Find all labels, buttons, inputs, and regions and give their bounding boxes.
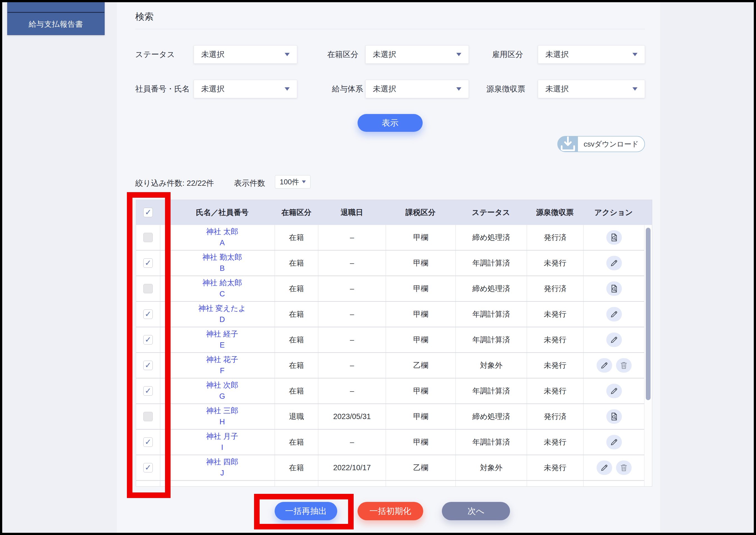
- table-row: 神社 次郎 G 在籍 – 甲欄 年調計算済 未発行: [136, 379, 652, 404]
- actions-cell: [584, 379, 645, 404]
- row-checkbox[interactable]: [143, 335, 153, 345]
- name-cell: 神社 三郎 H: [170, 404, 275, 430]
- employee-code: F: [220, 366, 224, 376]
- employee-name-link[interactable]: 神社 次郎 G: [206, 381, 239, 401]
- row-checkbox[interactable]: [143, 233, 153, 242]
- name-cell: 神社 次郎 G: [170, 379, 275, 404]
- dropdown-value: 未選択: [373, 49, 452, 60]
- filter-label: 雇用区分: [492, 49, 523, 60]
- edit-button[interactable]: [606, 333, 622, 347]
- employee-name: 神社 月子: [206, 432, 239, 441]
- employment-dropdown[interactable]: 未選択: [538, 45, 645, 64]
- employee-name-link[interactable]: 神社 経子 E: [206, 329, 239, 350]
- sidebar-item-payment-report[interactable]: 給与支払報告書: [8, 14, 104, 35]
- csv-download-button[interactable]: csvダウンロード: [557, 136, 645, 152]
- table-scrollbar[interactable]: [644, 225, 652, 487]
- bulk-re-extract-button[interactable]: 一括再抽出: [275, 502, 337, 520]
- withholding-slip-cell: [527, 481, 584, 487]
- tax-class-cell: 甲欄: [386, 276, 456, 302]
- status-cell: 年調計算済: [456, 327, 527, 353]
- status-cell: 年調計算済: [456, 251, 527, 276]
- employee-code: E: [219, 341, 224, 350]
- show-button[interactable]: 表示: [358, 114, 423, 132]
- employee-name-link[interactable]: 神社 三郎 H: [206, 406, 239, 427]
- employee-name-link[interactable]: 神社 四郎 J: [206, 458, 239, 478]
- edit-button[interactable]: [606, 307, 622, 322]
- row-checkbox[interactable]: [143, 386, 153, 396]
- employee-name-link[interactable]: 神社 太郎 A: [206, 227, 239, 248]
- search-section-title: 検索: [135, 11, 154, 23]
- delete-button[interactable]: [616, 358, 632, 373]
- actions-cell: [584, 404, 645, 430]
- row-checkbox[interactable]: [143, 412, 153, 421]
- filter-label: 社員番号・氏名: [135, 84, 190, 94]
- edit-button[interactable]: [596, 461, 612, 475]
- sidebar-item-partial[interactable]: [8, 2, 104, 13]
- employee-name-link[interactable]: 神社 変えたよ D: [198, 304, 246, 324]
- status-cell: 年調計算済: [456, 379, 527, 404]
- view-document-button[interactable]: [606, 230, 622, 245]
- select-all-checkbox[interactable]: [143, 208, 153, 217]
- filter-label: 在籍区分: [327, 49, 358, 60]
- tax-class-cell: 乙欄: [386, 455, 456, 481]
- spacer-cell: [160, 327, 170, 353]
- tax-class-cell: 甲欄: [386, 302, 456, 327]
- table-row: [136, 481, 652, 487]
- employee-name-link[interactable]: 神社 花子 F: [206, 355, 239, 376]
- edit-button[interactable]: [606, 435, 622, 449]
- actions-cell: [584, 276, 645, 302]
- scrollbar-thumb[interactable]: [646, 228, 651, 400]
- enrollment-dropdown[interactable]: 未選択: [365, 45, 469, 64]
- next-button[interactable]: 次へ: [442, 502, 510, 520]
- withholding-slip-cell: 未発行: [527, 251, 584, 276]
- edit-button[interactable]: [596, 358, 612, 373]
- employee-name-link[interactable]: 神社 月子 I: [206, 432, 239, 452]
- row-checkbox[interactable]: [143, 463, 153, 472]
- edit-button[interactable]: [606, 256, 622, 270]
- salary-system-dropdown[interactable]: 未選択: [365, 80, 469, 98]
- status-cell: 年調計算済: [456, 430, 527, 455]
- withholding-slip-cell: 未発行: [527, 353, 584, 379]
- actions-cell: [584, 481, 645, 487]
- chevron-down-icon: [302, 181, 306, 183]
- bulk-initialize-button[interactable]: 一括初期化: [358, 502, 423, 520]
- view-document-button[interactable]: [606, 281, 622, 296]
- tax-class-cell: 甲欄: [386, 225, 456, 251]
- withholding-slip-cell: 未発行: [527, 455, 584, 481]
- spacer-cell: [160, 276, 170, 302]
- employee-code: I: [221, 443, 223, 452]
- row-checkbox[interactable]: [143, 437, 153, 447]
- filter-label: 給与体系: [332, 84, 363, 94]
- retirement-date-cell: –: [318, 276, 386, 302]
- chevron-down-icon: [632, 53, 637, 56]
- enrollment-cell: 在籍: [275, 276, 318, 302]
- employee-name: 神社 太郎: [206, 227, 239, 237]
- row-checkbox[interactable]: [143, 309, 153, 319]
- page-size-dropdown[interactable]: 100件: [275, 175, 310, 188]
- row-checkbox[interactable]: [143, 284, 153, 293]
- table-row: 神社 変えたよ D 在籍 – 甲欄 年調計算済 未発行: [136, 302, 652, 327]
- divider: [135, 29, 645, 29]
- name-cell: 神社 四郎 J: [170, 455, 275, 481]
- edit-button[interactable]: [606, 384, 622, 398]
- status-dropdown[interactable]: 未選択: [194, 45, 297, 64]
- tax-class-cell: 甲欄: [386, 251, 456, 276]
- retirement-date-cell: –: [318, 379, 386, 404]
- header-name: 氏名／社員番号: [170, 200, 275, 225]
- view-document-button[interactable]: [606, 409, 622, 424]
- header-tax-class: 課税区分: [386, 200, 455, 225]
- row-checkbox[interactable]: [143, 361, 153, 370]
- employee-code: A: [219, 238, 224, 248]
- name-cell: 神社 月子 I: [170, 430, 275, 455]
- employee-code: B: [219, 264, 224, 273]
- employee-name-link[interactable]: 神社 勤太郎 B: [202, 253, 242, 273]
- actions-cell: [584, 353, 645, 379]
- withholding-slip-cell: 未発行: [527, 379, 584, 404]
- header-status: ステータス: [455, 200, 527, 225]
- employee-dropdown[interactable]: 未選択: [194, 80, 297, 98]
- employee-name-link[interactable]: 神社 給太郎 C: [202, 278, 242, 299]
- withholding-slip-dropdown[interactable]: 未選択: [538, 80, 645, 98]
- row-checkbox[interactable]: [143, 258, 153, 268]
- filter-label: ステータス: [135, 49, 175, 60]
- delete-button[interactable]: [616, 461, 632, 475]
